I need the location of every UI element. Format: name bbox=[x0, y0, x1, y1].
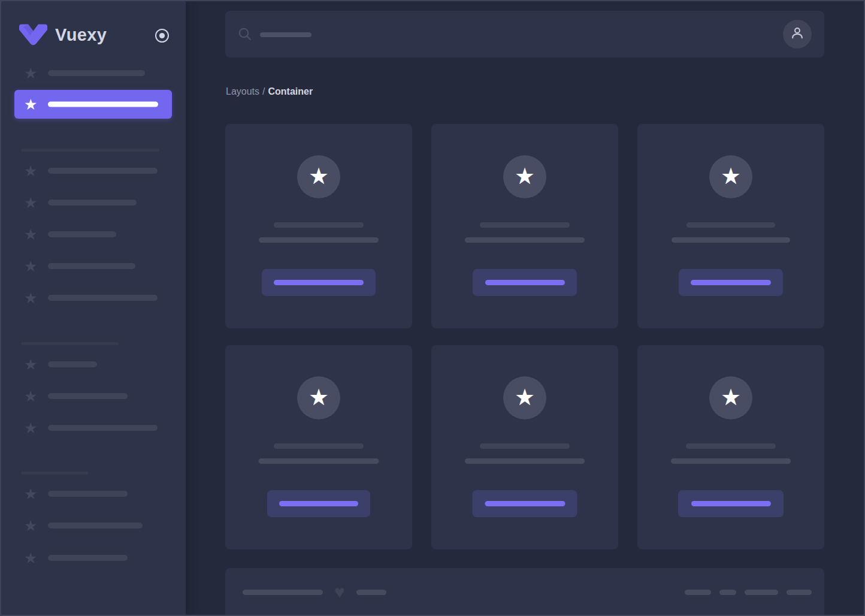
card-text-placeholder-bar bbox=[671, 458, 791, 464]
card-action-button[interactable] bbox=[262, 269, 376, 296]
menu-label-placeholder-bar bbox=[48, 491, 128, 497]
footer-left: ♥ bbox=[243, 583, 386, 601]
star-icon: ★ bbox=[309, 386, 329, 410]
card-text-placeholder-bar bbox=[465, 458, 585, 464]
placeholder-card: ★ bbox=[431, 124, 618, 328]
star-icon: ★ bbox=[24, 421, 37, 436]
menu-label-placeholder-bar bbox=[48, 263, 135, 269]
button-label-placeholder-bar bbox=[485, 280, 565, 285]
button-label-placeholder-bar bbox=[279, 501, 358, 506]
button-label-placeholder-bar bbox=[274, 280, 364, 285]
sidebar-item[interactable]: ★ bbox=[1, 59, 186, 87]
placeholder-card: ★ bbox=[637, 345, 824, 549]
menu-label-placeholder-bar bbox=[48, 102, 158, 107]
footer-link-placeholder-bar bbox=[745, 590, 778, 595]
star-icon: ★ bbox=[24, 164, 37, 179]
card-action-button[interactable] bbox=[267, 490, 370, 517]
card-action-button[interactable] bbox=[678, 490, 784, 517]
button-label-placeholder-bar bbox=[691, 501, 771, 506]
menu-label-placeholder-bar bbox=[48, 393, 128, 399]
footer-inner: ♥ bbox=[225, 568, 824, 616]
star-icon: ★ bbox=[24, 195, 37, 210]
footer-link-placeholder-bar bbox=[787, 590, 812, 595]
card-text-placeholder-bar bbox=[465, 237, 585, 243]
menu-label-placeholder-bar bbox=[48, 425, 158, 431]
card-title-placeholder-bar bbox=[686, 222, 775, 228]
star-icon: ★ bbox=[24, 291, 37, 306]
menu-label-placeholder-bar bbox=[48, 231, 116, 237]
footer: ♥ bbox=[225, 568, 824, 616]
menu-label-placeholder-bar bbox=[48, 361, 97, 367]
star-avatar-circle: ★ bbox=[297, 376, 340, 419]
menu-label-placeholder-bar bbox=[48, 70, 145, 76]
card-title-placeholder-bar bbox=[480, 222, 570, 228]
star-avatar-circle: ★ bbox=[709, 376, 752, 419]
placeholder-card: ★ bbox=[225, 345, 412, 549]
sidebar-item[interactable]: ★ bbox=[1, 220, 186, 249]
footer-placeholder-bar bbox=[356, 590, 386, 595]
star-avatar-circle: ★ bbox=[503, 155, 546, 198]
sidebar-section-header-bar bbox=[21, 472, 88, 475]
menu-label-placeholder-bar bbox=[48, 200, 137, 206]
sidebar-item[interactable]: ★ bbox=[1, 252, 186, 280]
card-action-button[interactable] bbox=[473, 269, 577, 296]
footer-link-placeholder-bar bbox=[719, 590, 736, 595]
sidebar-section-header-bar bbox=[21, 149, 159, 152]
sidebar-item[interactable]: ★ bbox=[1, 382, 186, 410]
sidebar-item[interactable]: ★ bbox=[1, 413, 186, 442]
footer-placeholder-bar bbox=[243, 590, 323, 595]
star-icon: ★ bbox=[24, 259, 37, 274]
card-title-placeholder-bar bbox=[686, 443, 776, 449]
sidebar-item[interactable]: ★ bbox=[1, 350, 186, 379]
card-text-placeholder-bar bbox=[672, 237, 790, 243]
sidebar-item[interactable]: ★ bbox=[1, 188, 186, 217]
heart-icon: ♥ bbox=[334, 583, 345, 601]
card-text-placeholder-bar bbox=[259, 237, 379, 243]
sidebar-item-active[interactable]: ★ bbox=[14, 90, 172, 119]
star-icon: ★ bbox=[24, 518, 37, 533]
button-label-placeholder-bar bbox=[485, 501, 565, 506]
sidebar-section-header-bar bbox=[21, 342, 119, 345]
sidebar-item[interactable]: ★ bbox=[1, 543, 186, 572]
card-action-button[interactable] bbox=[679, 269, 783, 296]
star-icon: ★ bbox=[515, 386, 535, 410]
menu-label-placeholder-bar bbox=[48, 555, 128, 561]
star-icon: ★ bbox=[24, 389, 37, 404]
star-icon: ★ bbox=[24, 227, 37, 242]
sidebar-item[interactable]: ★ bbox=[1, 511, 186, 540]
card-text-placeholder-bar bbox=[259, 458, 379, 464]
card-action-button[interactable] bbox=[473, 490, 577, 517]
sidebar: Vuexy ★★★★★★★★★★★★★ bbox=[1, 1, 186, 615]
star-avatar-circle: ★ bbox=[503, 376, 546, 419]
button-label-placeholder-bar bbox=[691, 280, 771, 285]
placeholder-card: ★ bbox=[225, 124, 412, 328]
star-icon: ★ bbox=[721, 386, 741, 410]
star-icon: ★ bbox=[721, 165, 741, 189]
card-title-placeholder-bar bbox=[274, 222, 364, 228]
sidebar-item[interactable]: ★ bbox=[1, 283, 186, 312]
placeholder-card: ★ bbox=[637, 124, 824, 328]
footer-link-placeholder-bar bbox=[685, 590, 711, 595]
sidebar-item[interactable]: ★ bbox=[1, 479, 186, 508]
card-title-placeholder-bar bbox=[480, 443, 570, 449]
star-icon: ★ bbox=[24, 357, 37, 372]
star-icon: ★ bbox=[24, 551, 37, 566]
footer-right bbox=[685, 590, 812, 595]
star-icon: ★ bbox=[24, 97, 37, 112]
star-icon: ★ bbox=[515, 165, 535, 189]
menu-label-placeholder-bar bbox=[48, 523, 143, 529]
star-icon: ★ bbox=[24, 487, 37, 502]
star-avatar-circle: ★ bbox=[709, 155, 752, 198]
placeholder-card: ★ bbox=[431, 345, 618, 549]
card-title-placeholder-bar bbox=[274, 443, 364, 449]
menu-label-placeholder-bar bbox=[48, 295, 158, 301]
star-icon: ★ bbox=[309, 165, 329, 189]
menu-label-placeholder-bar bbox=[48, 168, 158, 174]
sidebar-nav: ★★★★★★★★★★★★★ bbox=[1, 1, 186, 615]
sidebar-item[interactable]: ★ bbox=[1, 156, 186, 185]
star-avatar-circle: ★ bbox=[297, 155, 340, 198]
star-icon: ★ bbox=[24, 66, 37, 81]
